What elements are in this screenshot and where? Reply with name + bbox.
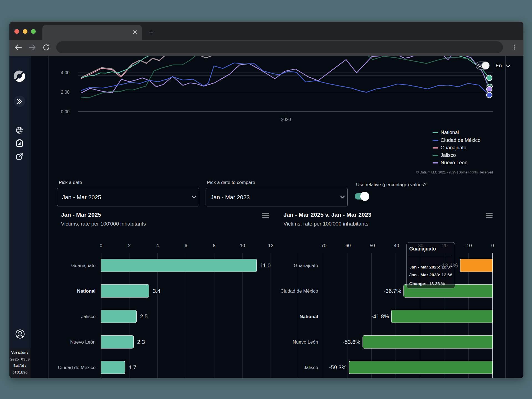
svg-text:-70: -70 [320, 243, 327, 248]
svg-text:8: 8 [213, 243, 215, 248]
svg-text:4: 4 [156, 243, 159, 248]
svg-text:-60: -60 [344, 243, 351, 248]
svg-text:-36.7%: -36.7% [384, 288, 401, 294]
svg-text:12: 12 [268, 243, 273, 248]
svg-text:3.4: 3.4 [153, 288, 160, 294]
svg-text:Jalisco: Jalisco [81, 314, 96, 319]
svg-text:2.3: 2.3 [137, 339, 145, 345]
svg-text:Nuevo León: Nuevo León [293, 339, 318, 345]
svg-text:-53.6%: -53.6% [343, 339, 360, 345]
svg-text:0: 0 [491, 243, 494, 248]
svg-text:Jalisco: Jalisco [304, 365, 318, 370]
svg-text:Guanajuato: Guanajuato [71, 263, 96, 268]
svg-text:-41.8%: -41.8% [371, 313, 389, 319]
svg-text:National: National [77, 288, 96, 294]
svg-text:-50: -50 [368, 243, 375, 248]
svg-text:0: 0 [100, 243, 102, 248]
svg-text:Nuevo León: Nuevo León [70, 339, 96, 345]
svg-text:-40: -40 [392, 243, 399, 248]
svg-text:-59.3%: -59.3% [329, 364, 347, 370]
svg-text:1.7: 1.7 [129, 364, 136, 370]
svg-text:National: National [300, 314, 318, 319]
svg-text:-10: -10 [465, 243, 472, 248]
svg-text:Ciudad de México: Ciudad de México [58, 365, 96, 370]
svg-text:10: 10 [240, 243, 245, 248]
svg-text:11.0: 11.0 [260, 262, 270, 268]
svg-text:2: 2 [128, 243, 131, 248]
svg-text:Ciudad de México: Ciudad de México [280, 288, 318, 294]
svg-text:2.5: 2.5 [140, 313, 148, 319]
svg-text:Guanajuato: Guanajuato [294, 263, 318, 268]
svg-text:6: 6 [185, 243, 187, 248]
